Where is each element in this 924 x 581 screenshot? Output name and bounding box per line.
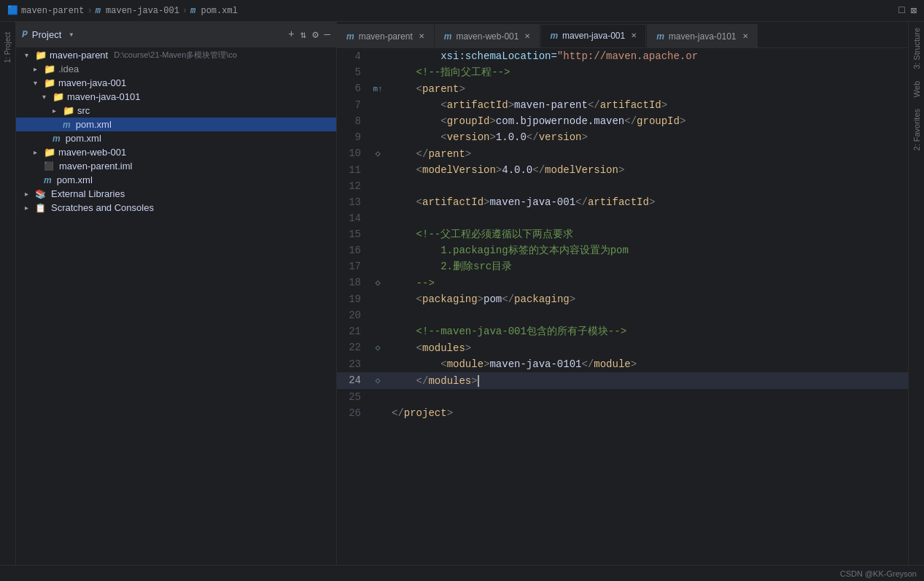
- line-code: [386, 307, 908, 323]
- tree-label: maven-java-001: [58, 77, 126, 88]
- m-icon: m: [44, 175, 52, 185]
- tree-item-maven-parent-iml[interactable]: ⬛ maven-parent.iml: [16, 159, 336, 173]
- line-code: [386, 389, 908, 405]
- tree-item-maven-java-001[interactable]: ▾ 📁 maven-java-001: [16, 76, 336, 90]
- tree-item-external-libs[interactable]: ▸ 📚 External Libraries: [16, 187, 336, 201]
- code-line-18: 18 ◇ -->: [337, 274, 908, 291]
- sidebar-tabs: 1: Project: [0, 22, 16, 565]
- tree-label: maven-web-001: [58, 147, 126, 158]
- m-icon: m: [63, 120, 71, 130]
- tree-item-maven-web-001[interactable]: ▸ 📁 maven-web-001: [16, 145, 336, 159]
- line-gutter: m↑: [370, 80, 386, 97]
- line-gutter: [370, 405, 386, 421]
- line-gutter: [370, 291, 386, 307]
- tree-item-pom-xml-root[interactable]: m pom.xml: [16, 173, 336, 187]
- tree-item-maven-java-0101[interactable]: ▾ 📁 maven-java-0101: [16, 90, 336, 104]
- settings-icon[interactable]: ⚙: [312, 28, 318, 41]
- project-header: P Project ▾ + ⇅ ⚙ —: [16, 22, 336, 48]
- code-line-5: 5 <!--指向父工程-->: [337, 64, 908, 80]
- line-num: 16: [337, 242, 370, 258]
- tab-maven-java-001[interactable]: m maven-java-001 ✕: [540, 24, 646, 47]
- line-code: <!--指向父工程-->: [386, 64, 908, 80]
- tree-item-pom-xml-0101[interactable]: m pom.xml: [16, 118, 336, 131]
- tab-close-icon[interactable]: ✕: [524, 32, 530, 40]
- code-line-8: 8 <groupId>com.bjpowernode.maven</groupI…: [337, 113, 908, 129]
- breadcrumb-sep1: ›: [87, 6, 92, 16]
- code-line-23: 23 <module>maven-java-0101</module>: [337, 356, 908, 372]
- code-line-25: 25: [337, 389, 908, 405]
- close-icon[interactable]: ⊠: [911, 4, 917, 17]
- chevron-down-icon: ▾: [42, 93, 50, 101]
- folder-icon: 📁: [53, 91, 64, 102]
- project-tab-icon[interactable]: 1: Project: [1, 26, 15, 69]
- line-gutter: ◇: [370, 372, 386, 389]
- tab-m-icon: m: [656, 31, 664, 42]
- line-code: <artifactId>maven-parent</artifactId>: [386, 97, 908, 113]
- code-line-9: 9 <version>1.0.0</version>: [337, 129, 908, 145]
- tree-item-idea[interactable]: ▸ 📁 .idea: [16, 62, 336, 76]
- tree-label: Scratches and Consoles: [51, 202, 154, 213]
- line-gutter: [370, 129, 386, 145]
- code-line-16: 16 1.packaging标签的文本内容设置为pom: [337, 242, 908, 258]
- code-line-11: 11 <modelVersion>4.0.0</modelVersion>: [337, 162, 908, 178]
- line-code: <version>1.0.0</version>: [386, 129, 908, 145]
- line-num: 22: [337, 339, 370, 356]
- line-code: xsi:schemaLocation="http://maven.apache.…: [386, 48, 908, 64]
- line-code: <modules>: [386, 339, 908, 356]
- line-gutter: [370, 242, 386, 258]
- tab-m-icon: m: [550, 31, 558, 41]
- tree-label: pom.xml: [76, 119, 112, 130]
- tab-close-icon[interactable]: ✕: [742, 32, 748, 40]
- code-line-6: 6 m↑ <parent>: [337, 80, 908, 97]
- breadcrumb-icon: 🟦: [7, 5, 18, 16]
- code-line-12: 12: [337, 178, 908, 194]
- line-code: [386, 178, 908, 194]
- line-gutter: [370, 307, 386, 323]
- tab-close-icon[interactable]: ✕: [631, 31, 637, 39]
- line-num: 13: [337, 194, 370, 210]
- add-icon[interactable]: +: [288, 28, 294, 41]
- tree-label: maven-parent: [50, 50, 108, 61]
- tab-m-icon: m: [346, 31, 354, 42]
- line-num: 6: [337, 80, 370, 97]
- line-num: 5: [337, 64, 370, 80]
- code-line-24: 24 ◇ </modules>: [337, 372, 908, 389]
- code-line-20: 20: [337, 307, 908, 323]
- maximize-icon[interactable]: □: [898, 4, 904, 17]
- project-dropdown-icon[interactable]: ▾: [69, 29, 74, 40]
- line-gutter: [370, 178, 386, 194]
- line-gutter: [370, 210, 386, 226]
- right-tab-web[interactable]: Web: [911, 75, 923, 103]
- tree-item-src[interactable]: ▸ 📁 src: [16, 104, 336, 118]
- line-num: 12: [337, 178, 370, 194]
- tree-item-pom-xml-001[interactable]: m pom.xml: [16, 131, 336, 145]
- folder-icon: 📁: [44, 77, 55, 88]
- code-line-14: 14: [337, 210, 908, 226]
- tab-label: maven-web-001: [456, 31, 519, 42]
- right-tab-structure[interactable]: 3: Structure: [911, 22, 923, 75]
- chevron-right-icon: ▸: [34, 148, 41, 156]
- tree-label: src: [77, 105, 90, 116]
- tree-item-maven-parent[interactable]: ▾ 📁 maven-parent D:\course\21-Maven多模块管理…: [16, 48, 336, 62]
- tab-close-icon[interactable]: ✕: [419, 32, 424, 40]
- line-gutter: [370, 226, 386, 242]
- code-line-7: 7 <artifactId>maven-parent</artifactId>: [337, 97, 908, 113]
- sync-icon[interactable]: ⇅: [300, 28, 306, 41]
- chevron-down-icon: ▾: [34, 79, 41, 87]
- line-code: <parent>: [386, 80, 908, 97]
- line-code: <artifactId>maven-java-001</artifactId>: [386, 194, 908, 210]
- tab-maven-parent[interactable]: m maven-parent ✕: [337, 24, 434, 47]
- right-tab-favorites[interactable]: 2: Favorites: [911, 103, 923, 156]
- line-num: 17: [337, 258, 370, 274]
- minimize-icon[interactable]: —: [325, 28, 330, 41]
- line-gutter: [370, 389, 386, 405]
- tab-maven-java-0101[interactable]: m maven-java-0101 ✕: [647, 24, 757, 47]
- libs-icon: 📚: [35, 189, 46, 199]
- tab-maven-web-001[interactable]: m maven-web-001 ✕: [435, 24, 540, 47]
- tree-item-scratches[interactable]: ▸ 📋 Scratches and Consoles: [16, 201, 336, 215]
- line-gutter: [370, 64, 386, 80]
- line-num: 8: [337, 113, 370, 129]
- code-area[interactable]: 4 xsi:schemaLocation="http://maven.apach…: [337, 48, 908, 565]
- line-gutter: [370, 113, 386, 129]
- code-line-13: 13 <artifactId>maven-java-001</artifactI…: [337, 194, 908, 210]
